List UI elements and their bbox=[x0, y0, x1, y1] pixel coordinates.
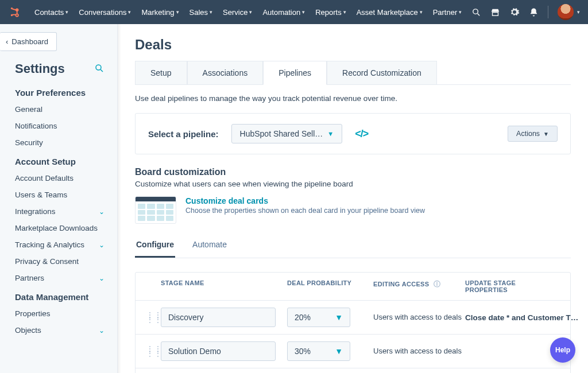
chevron-down-icon: ▾ bbox=[128, 9, 131, 15]
sidebar-group-title: Data Management bbox=[0, 292, 117, 302]
help-button[interactable]: Help bbox=[550, 337, 575, 363]
pipeline-select[interactable]: HubSpot Shared Sell… ▼ bbox=[231, 124, 343, 143]
pipeline-selector-panel: Select a pipeline: HubSpot Shared Sell… … bbox=[135, 113, 571, 154]
back-to-dashboard-button[interactable]: ‹ Dashboard bbox=[0, 32, 57, 51]
sidebar-item-account-defaults[interactable]: Account Defaults bbox=[0, 170, 117, 187]
stage-name-input[interactable] bbox=[161, 341, 276, 361]
chevron-down-icon: ⌄ bbox=[99, 274, 105, 282]
settings-sidebar: ‹ Dashboard Settings Your PreferencesGen… bbox=[0, 24, 118, 373]
col-deal-probability: Deal Probability bbox=[287, 279, 373, 293]
nav-item-asset-marketplace[interactable]: Asset Marketplace▾ bbox=[352, 6, 427, 19]
search-icon[interactable] bbox=[94, 63, 105, 75]
nav-item-contacts[interactable]: Contacts▾ bbox=[30, 6, 73, 19]
stage-row: ⋮⋮⋮⋮30%▼Users with access to deals bbox=[136, 368, 570, 373]
drag-handle-icon[interactable]: ⋮⋮⋮⋮ bbox=[146, 347, 161, 356]
chevron-down-icon: ▾ bbox=[420, 9, 423, 15]
hubspot-logo-icon[interactable] bbox=[8, 5, 22, 19]
sidebar-item-tracking-analytics[interactable]: Tracking & Analytics⌄ bbox=[0, 236, 117, 253]
chevron-down-icon: ▾ bbox=[459, 9, 462, 15]
tab-pipelines[interactable]: Pipelines bbox=[263, 61, 327, 85]
chevron-down-icon: ▾ bbox=[343, 9, 346, 15]
sidebar-group-title: Your Preferences bbox=[0, 88, 117, 98]
nav-item-partner[interactable]: Partner▾ bbox=[428, 6, 467, 19]
gear-icon[interactable] bbox=[509, 7, 520, 17]
sidebar-item-notifications[interactable]: Notifications bbox=[0, 118, 117, 134]
account-menu[interactable]: ▾ bbox=[558, 4, 580, 20]
sidebar-item-partners[interactable]: Partners⌄ bbox=[0, 270, 117, 286]
stage-row: ⋮⋮⋮⋮30%▼Users with access to deals bbox=[136, 335, 570, 368]
svg-line-4 bbox=[12, 9, 16, 10]
search-icon[interactable] bbox=[471, 7, 481, 17]
stage-name-input[interactable] bbox=[161, 308, 276, 327]
svg-point-3 bbox=[16, 14, 18, 16]
svg-line-8 bbox=[478, 13, 480, 15]
sidebar-item-privacy-consent[interactable]: Privacy & Consent bbox=[0, 253, 117, 270]
marketplace-icon[interactable] bbox=[490, 7, 500, 17]
sidebar-item-objects[interactable]: Objects⌄ bbox=[0, 322, 117, 339]
sidebar-item-security[interactable]: Security bbox=[0, 134, 117, 151]
svg-line-11 bbox=[100, 69, 103, 72]
page-title: Deals bbox=[135, 37, 571, 53]
chevron-down-icon: ▾ bbox=[210, 9, 212, 15]
top-nav: Contacts▾Conversations▾Marketing▾Sales▾S… bbox=[0, 0, 588, 24]
col-stage-name: Stage Name bbox=[161, 279, 287, 293]
board-customization-title: Board customization bbox=[135, 167, 571, 177]
chevron-down-icon: ⌄ bbox=[99, 241, 105, 249]
chevron-down-icon: ▾ bbox=[65, 9, 68, 15]
tab-associations[interactable]: Associations bbox=[187, 61, 264, 84]
tab-record-customization[interactable]: Record Customization bbox=[327, 61, 437, 84]
caret-down-icon: ▼ bbox=[543, 131, 549, 137]
caret-down-icon: ▼ bbox=[335, 347, 343, 356]
update-properties-text[interactable]: Close date * and Customer T… bbox=[465, 313, 578, 322]
sidebar-item-integrations[interactable]: Integrations⌄ bbox=[0, 203, 117, 220]
info-icon[interactable]: ⓘ bbox=[434, 280, 440, 288]
svg-point-7 bbox=[473, 9, 478, 13]
page-description: Use deal pipelines to manage the way you… bbox=[135, 94, 571, 103]
customize-deal-cards-link[interactable]: Customize deal cards bbox=[185, 196, 425, 205]
sidebar-item-marketplace-downloads[interactable]: Marketplace Downloads bbox=[0, 220, 117, 236]
editing-access-text: Users with access to deals bbox=[373, 313, 465, 323]
subtab-automate[interactable]: Automate bbox=[191, 234, 228, 258]
nav-item-conversations[interactable]: Conversations▾ bbox=[74, 6, 136, 19]
nav-item-sales[interactable]: Sales▾ bbox=[185, 6, 218, 19]
settings-title: Settings bbox=[15, 61, 65, 76]
svg-point-10 bbox=[96, 65, 101, 70]
sidebar-item-users-teams[interactable]: Users & Teams bbox=[0, 187, 117, 203]
bell-icon[interactable] bbox=[529, 7, 539, 17]
chevron-down-icon: ▾ bbox=[302, 9, 305, 15]
pipeline-subtabs: ConfigureAutomate bbox=[135, 234, 571, 258]
chevron-down-icon: ▾ bbox=[249, 9, 252, 15]
object-tabs: SetupAssociationsPipelinesRecord Customi… bbox=[135, 61, 571, 85]
nav-item-service[interactable]: Service▾ bbox=[218, 6, 257, 19]
sidebar-item-properties[interactable]: Properties bbox=[0, 305, 117, 322]
subtab-configure[interactable]: Configure bbox=[135, 234, 175, 258]
pipeline-select-value: HubSpot Shared Sell… bbox=[240, 129, 323, 138]
caret-down-icon: ▼ bbox=[327, 130, 334, 137]
stage-table: Stage Name Deal Probability Editing Acce… bbox=[135, 272, 571, 373]
editing-access-text: Users with access to deals bbox=[373, 347, 465, 356]
chevron-down-icon: ⌄ bbox=[99, 208, 105, 216]
col-update-properties: Update Stage Properties bbox=[465, 279, 560, 293]
main-content: Deals SetupAssociationsPipelinesRecord C… bbox=[118, 24, 588, 373]
avatar bbox=[558, 4, 574, 20]
actions-button[interactable]: Actions ▼ bbox=[508, 126, 558, 142]
nav-item-automation[interactable]: Automation▾ bbox=[258, 6, 310, 19]
deal-probability-select[interactable]: 30%▼ bbox=[287, 341, 350, 361]
chevron-down-icon: ▾ bbox=[176, 9, 179, 15]
drag-handle-icon[interactable]: ⋮⋮⋮⋮ bbox=[146, 313, 161, 322]
sidebar-group-title: Account Setup bbox=[0, 157, 117, 166]
chevron-left-icon: ‹ bbox=[6, 37, 8, 46]
stage-row: ⋮⋮⋮⋮20%▼Users with access to dealsClose … bbox=[136, 301, 570, 335]
actions-label: Actions bbox=[516, 130, 540, 138]
nav-item-reports[interactable]: Reports▾ bbox=[311, 6, 351, 19]
customize-deal-cards-desc: Choose the properties shown on each deal… bbox=[185, 207, 425, 215]
tab-setup[interactable]: Setup bbox=[135, 61, 187, 84]
pipeline-label: Select a pipeline: bbox=[148, 129, 219, 139]
sidebar-item-general[interactable]: General bbox=[0, 101, 117, 118]
deal-probability-select[interactable]: 20%▼ bbox=[287, 308, 350, 327]
back-label: Dashboard bbox=[11, 37, 48, 46]
board-preview-icon bbox=[135, 196, 176, 224]
code-icon[interactable]: </> bbox=[355, 128, 368, 140]
caret-down-icon: ▼ bbox=[335, 313, 343, 322]
nav-item-marketing[interactable]: Marketing▾ bbox=[137, 6, 183, 19]
